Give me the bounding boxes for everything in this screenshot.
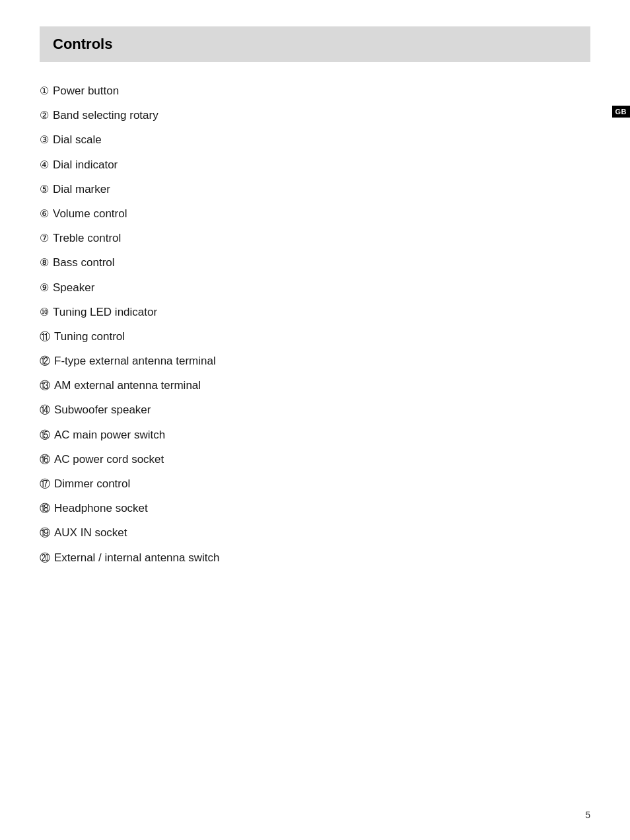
list-item: ⑫F-type external antenna terminal xyxy=(40,352,590,370)
item-number: ⑯ xyxy=(40,451,50,468)
item-label: Bass control xyxy=(53,254,115,271)
item-number: ⑤ xyxy=(40,181,49,198)
item-number: ⑨ xyxy=(40,279,49,297)
list-item: ⑩Tuning LED indicator xyxy=(40,303,590,321)
item-number: ⑪ xyxy=(40,328,50,345)
list-item: ⑮AC main power switch xyxy=(40,426,590,444)
item-number: ⑱ xyxy=(40,500,50,517)
item-number: ④ xyxy=(40,157,49,174)
controls-list: ①Power button②Band selecting rotary③Dial… xyxy=(40,82,590,567)
list-item: ⑪Tuning control xyxy=(40,328,590,345)
list-item: ⑧Bass control xyxy=(40,254,590,271)
item-number: ⑰ xyxy=(40,475,50,493)
page-title: Controls xyxy=(53,36,112,52)
item-label: Dial scale xyxy=(53,131,102,149)
item-label: F-type external antenna terminal xyxy=(54,352,216,370)
gb-badge: GB xyxy=(612,106,631,118)
list-item: ⑭Subwoofer speaker xyxy=(40,401,590,419)
item-label: AUX IN socket xyxy=(54,524,127,542)
header-bar: Controls xyxy=(40,26,590,62)
item-number: ⑮ xyxy=(40,427,50,444)
list-item: ⑥Volume control xyxy=(40,205,590,223)
item-number: ⑲ xyxy=(40,524,50,542)
page-wrapper: Controls GB ①Power button②Band selecting… xyxy=(0,0,630,840)
item-number: ⑳ xyxy=(40,549,50,567)
item-number: ⑬ xyxy=(40,377,50,394)
item-label: Tuning control xyxy=(54,328,125,345)
item-label: Band selecting rotary xyxy=(53,106,158,124)
item-label: Volume control xyxy=(53,205,127,223)
item-label: Power button xyxy=(53,82,119,100)
item-number: ⑫ xyxy=(40,353,50,370)
item-number: ⑧ xyxy=(40,254,49,271)
list-item: ④Dial indicator xyxy=(40,156,590,174)
item-label: Tuning LED indicator xyxy=(53,303,157,321)
list-item: ①Power button xyxy=(40,82,590,100)
list-item: ⑨Speaker xyxy=(40,279,590,297)
item-label: Speaker xyxy=(53,279,94,297)
list-item: ⑯AC power cord socket xyxy=(40,450,590,468)
item-number: ⑭ xyxy=(40,402,50,419)
item-label: Dial marker xyxy=(53,180,110,198)
list-item: ②Band selecting rotary xyxy=(40,106,590,124)
item-label: AM external antenna terminal xyxy=(54,376,201,394)
item-number: ⑥ xyxy=(40,205,49,223)
list-item: ③Dial scale xyxy=(40,131,590,149)
list-item: ⑬AM external antenna terminal xyxy=(40,376,590,394)
item-number: ⑩ xyxy=(40,304,49,321)
item-label: External / internal antenna switch xyxy=(54,549,219,567)
item-label: Dimmer control xyxy=(54,475,130,493)
list-item: ⑤Dial marker xyxy=(40,180,590,198)
item-number: ⑦ xyxy=(40,230,49,247)
item-label: Subwoofer speaker xyxy=(54,401,151,419)
item-number: ② xyxy=(40,107,49,124)
item-number: ① xyxy=(40,83,49,100)
item-number: ③ xyxy=(40,131,49,149)
item-label: Dial indicator xyxy=(53,156,118,174)
item-label: AC main power switch xyxy=(54,426,165,444)
item-label: Headphone socket xyxy=(54,499,148,517)
list-item: ⑦Treble control xyxy=(40,229,590,247)
list-item: ⑰Dimmer control xyxy=(40,475,590,493)
page-number: 5 xyxy=(585,810,590,820)
list-item: ⑱Headphone socket xyxy=(40,499,590,517)
item-label: Treble control xyxy=(53,229,121,247)
item-label: AC power cord socket xyxy=(54,450,164,468)
list-item: ⑲AUX IN socket xyxy=(40,524,590,542)
list-item: ⑳External / internal antenna switch xyxy=(40,549,590,567)
